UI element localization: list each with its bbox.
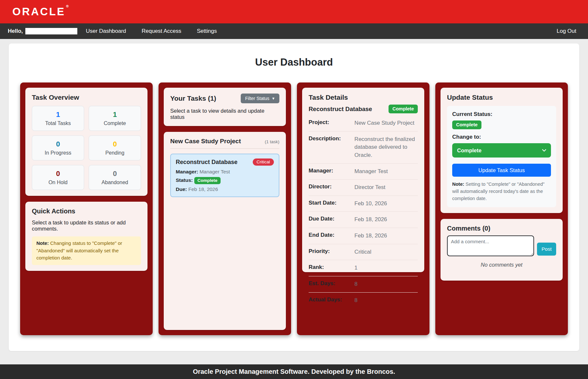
comments-title: Comments (0) (447, 225, 556, 232)
main-area: User Dashboard Task Overview 1 Total Tas… (0, 39, 588, 351)
status-badge: Complete (389, 105, 418, 113)
stat-abandoned: 0 Abandoned (89, 165, 141, 190)
detail-row-end-date: End Date:Feb 18, 2026 (309, 228, 418, 244)
update-task-status-button[interactable]: Update Task Status (452, 164, 551, 177)
logout-link[interactable]: Log Out (557, 28, 577, 34)
quick-actions-note: Note: Changing status to "Complete" or "… (32, 236, 141, 265)
detail-row-director: Director:Director Test (309, 180, 418, 196)
task-overview-card: Task Overview 1 Total Tasks 1 Complete 0 (25, 88, 147, 196)
nav-item-settings[interactable]: Settings (197, 28, 217, 34)
update-status-column: Update Status Current Status: Complete C… (435, 82, 568, 335)
task-status-row: Status: Complete (176, 177, 274, 184)
update-status-title: Update Status (447, 94, 556, 101)
page-title: User Dashboard (9, 57, 579, 68)
footer-text: Oracle Project Management Software. Deve… (193, 368, 395, 375)
stat-label: Total Tasks (33, 120, 83, 126)
update-status-panel: Current Status: Complete Change to: Comp… (447, 106, 556, 207)
current-status-label: Current Status: (452, 111, 551, 118)
update-status-card: Update Status Current Status: Complete C… (441, 88, 563, 213)
task-manager-row: Manager: Manager Test (176, 169, 274, 175)
nav-bar: Hello, User Dashboard Request Access Set… (0, 23, 588, 39)
divider (170, 148, 279, 149)
your-tasks-subtitle: Select a task to view details and update… (170, 108, 279, 120)
stat-complete: 1 Complete (89, 106, 141, 131)
stat-value: 0 (33, 170, 83, 178)
post-comment-button[interactable]: Post (537, 243, 556, 256)
detail-row-start-date: Start Date:Feb 10, 2026 (309, 196, 418, 212)
your-tasks-header-card: Your Tasks (1) Filter Status ▼ Select a … (164, 88, 286, 126)
detail-row-est-days: Est. Days:8 (309, 276, 418, 293)
stat-value: 0 (90, 170, 139, 178)
content-container: User Dashboard Task Overview 1 Total Tas… (9, 44, 579, 351)
filter-status-label: Filter Status (245, 96, 269, 101)
stat-label: Pending (90, 150, 139, 156)
note-label: Note: (36, 240, 49, 246)
task-details-column: Task Details Reconstruct Database Comple… (297, 82, 429, 335)
detail-row-manager: Manager:Manager Test (309, 164, 418, 180)
greeting-label: Hello, (8, 28, 23, 34)
current-status-badge: Complete (452, 120, 481, 129)
stat-label: In Progress (33, 150, 83, 156)
stat-value: 1 (90, 110, 139, 119)
stat-pending: 0 Pending (89, 135, 141, 160)
no-comments-text: No comments yet (447, 262, 556, 268)
stat-value: 1 (33, 110, 83, 119)
detail-row-rank: Rank:1 (309, 260, 418, 276)
chevron-down-icon: ▼ (272, 96, 275, 100)
nav-item-request-access[interactable]: Request Access (142, 28, 181, 34)
project-task-count: (1 task) (265, 139, 279, 144)
task-item-title: Reconstruct Database (176, 159, 237, 166)
quick-actions-card: Quick Actions Select a task to update it… (25, 202, 147, 271)
task-list-item-selected[interactable]: Reconstruct Database Critical Manager: M… (170, 154, 279, 197)
status-select-wrap: Complete (452, 143, 551, 158)
task-details-title: Task Details (309, 94, 418, 101)
your-tasks-title: Your Tasks (1) (170, 95, 216, 102)
comments-card: Comments (0) Post No comments yet (441, 219, 563, 281)
quick-actions-description: Select a task to update its status or ad… (32, 220, 141, 232)
task-overview-title: Task Overview (32, 94, 141, 101)
registered-mark: ® (66, 4, 69, 8)
project-group-card: New Case Study Project (1 task) Reconstr… (164, 132, 286, 330)
note-text: Changing status to "Complete" or "Abando… (36, 240, 122, 260)
task-due-row: Due: Feb 18, 2026 (176, 186, 274, 192)
task-overview-column: Task Overview 1 Total Tasks 1 Complete 0 (20, 82, 153, 335)
status-badge: Complete (194, 177, 221, 184)
update-status-note: Note: Setting to "Complete" or "Abandone… (452, 181, 551, 202)
comment-input[interactable] (447, 235, 534, 256)
nav-item-user-dashboard[interactable]: User Dashboard (86, 28, 126, 34)
footer: Oracle Project Management Software. Deve… (0, 364, 588, 379)
stat-on-hold: 0 On Hold (32, 165, 84, 190)
stat-total-tasks: 1 Total Tasks (32, 106, 84, 131)
note-text: Setting to "Complete" or "Abandoned" wil… (452, 182, 544, 201)
detail-row-actual-days: Actual Days:8 (309, 293, 418, 309)
quick-actions-title: Quick Actions (32, 208, 141, 215)
detail-row-priority: Priority:Critical (309, 244, 418, 260)
stat-label: On Hold (33, 180, 83, 185)
stat-label: Complete (90, 120, 139, 126)
detail-row-project: Project:New Case Study Project (309, 115, 418, 132)
stat-value: 0 (90, 140, 139, 148)
task-details-card: Task Details Reconstruct Database Comple… (302, 88, 424, 272)
stat-label: Abandoned (90, 180, 139, 185)
oracle-logo: ORACLE® (12, 6, 68, 18)
change-to-label: Change to: (452, 134, 551, 140)
priority-badge: Critical (253, 158, 274, 166)
filter-status-button[interactable]: Filter Status ▼ (241, 94, 279, 103)
detail-row-due-date: Due Date:Feb 18, 2026 (309, 212, 418, 228)
detail-row-description: Description:Reconstruct the finalized da… (309, 132, 418, 164)
stat-value: 0 (33, 140, 83, 148)
username-box (25, 28, 77, 34)
task-details-name: Reconstruct Database (309, 106, 372, 113)
brand-header: ORACLE® (0, 0, 588, 23)
status-select[interactable]: Complete (452, 143, 551, 158)
note-label: Note: (452, 182, 464, 187)
stat-in-progress: 0 In Progress (32, 135, 84, 160)
stats-grid: 1 Total Tasks 1 Complete 0 In Progress (32, 106, 141, 190)
project-group-name: New Case Study Project (170, 138, 241, 145)
your-tasks-column: Your Tasks (1) Filter Status ▼ Select a … (159, 82, 291, 335)
